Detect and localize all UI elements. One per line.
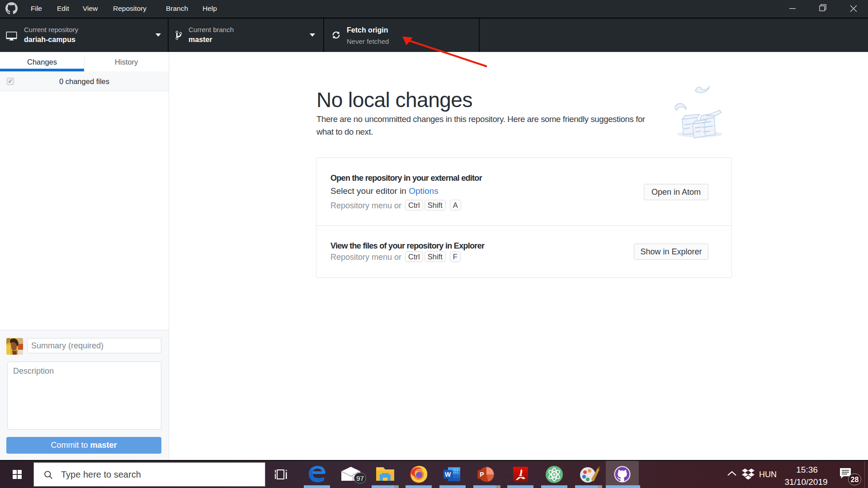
svg-text:P: P xyxy=(480,471,484,478)
svg-text:W: W xyxy=(445,471,451,478)
